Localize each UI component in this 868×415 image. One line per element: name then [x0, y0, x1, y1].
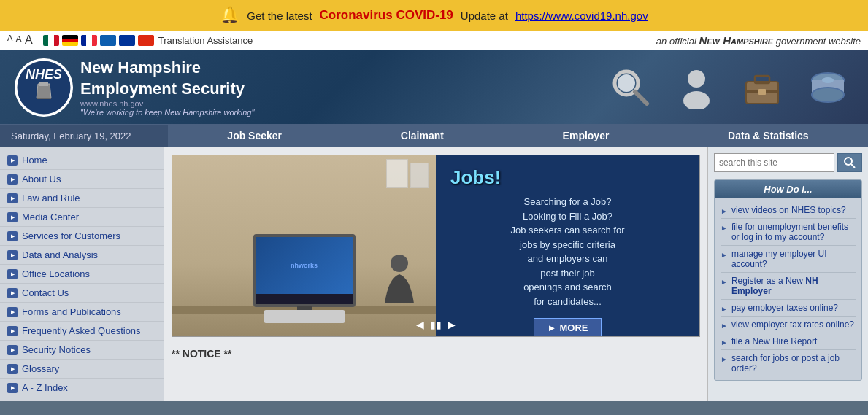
nhes-logo: NHES: [15, 58, 73, 117]
howdoi-bullet-7: ►: [721, 338, 728, 346]
howdoi-item-newhire: ► file a New Hire Report: [721, 333, 856, 350]
flag-mexico[interactable]: [43, 35, 59, 46]
howdoi-item-pay: ► pay employer taxes online?: [721, 300, 856, 317]
center-content: nhworks: [164, 147, 707, 401]
sidebar-home-bullet: [7, 155, 18, 166]
howdoi-item-register: ► Register as a New NH Employer: [721, 273, 856, 300]
sidebar-home[interactable]: Home: [0, 151, 164, 170]
svg-point-8: [688, 70, 705, 88]
sidebar-security-label: Security Notices: [22, 344, 91, 355]
howdoi-item-manage: ► manage my employer UI account?: [721, 246, 856, 273]
howdoi-link-newhire[interactable]: file a New Hire Report: [731, 336, 817, 346]
howdoi-item-videos: ► view videos on NHES topics?: [721, 202, 856, 219]
howdoi-item-searchjobs: ► search for jobs or post a job order?: [721, 350, 856, 376]
right-panel: How Do I... ► view videos on NHES topics…: [707, 147, 868, 401]
sidebar-glossary[interactable]: Glossary: [0, 360, 164, 379]
header-icons: [605, 62, 853, 113]
person-header-icon[interactable]: [671, 62, 722, 113]
site-header: NHES New Hampshire Employment Security w…: [0, 50, 868, 124]
sidebar-office-label: Office Locations: [22, 268, 90, 279]
svg-point-17: [822, 77, 834, 83]
site-url: www.nhes.nh.gov: [80, 99, 254, 108]
sidebar-about-label: About Us: [22, 174, 61, 185]
sidebar-faq[interactable]: Frequently Asked Questions: [0, 322, 164, 341]
howdoi-bullet-2: ►: [721, 224, 728, 232]
sidebar-services[interactable]: Services for Customers: [0, 227, 164, 246]
sidebar-law[interactable]: Law and Rule: [0, 189, 164, 208]
sidebar-faq-bullet: [7, 326, 18, 336]
font-size-controls: A A A: [7, 34, 33, 47]
translation-left: A A A Translation Assistance: [7, 34, 253, 47]
sidebar-office[interactable]: Office Locations: [0, 265, 164, 284]
flag-china[interactable]: [138, 35, 154, 46]
sidebar-contact[interactable]: Contact Us: [0, 284, 164, 303]
svg-rect-13: [758, 89, 766, 95]
bell-icon: 🔔: [220, 6, 239, 25]
svg-point-16: [812, 88, 844, 102]
notice-area: ** NOTICE **: [172, 344, 700, 363]
corona-url[interactable]: https://www.covid19.nh.gov: [515, 9, 648, 22]
official-text: an official New Hampshire government web…: [656, 34, 861, 47]
svg-text:NHES: NHES: [26, 67, 62, 82]
sidebar-forms[interactable]: Forms and Publications: [0, 303, 164, 322]
logo-area: NHES New Hampshire Employment Security w…: [15, 58, 254, 117]
claimant-nav[interactable]: Claimant: [386, 124, 458, 147]
howdoi-link-pay[interactable]: pay employer taxes online?: [731, 303, 838, 313]
flag-germany[interactable]: [62, 35, 78, 46]
sidebar-security[interactable]: Security Notices: [0, 341, 164, 360]
corona-prefix: Get the latest: [247, 9, 312, 22]
job-seeker-nav[interactable]: Job Seeker: [212, 124, 296, 147]
sidebar-home-label: Home: [22, 155, 47, 166]
howdoi-link-register[interactable]: Register as a New NH Employer: [731, 276, 856, 296]
sidebar-media[interactable]: Media Center: [0, 208, 164, 227]
font-size-medium[interactable]: A: [15, 34, 22, 47]
employer-nav[interactable]: Employer: [548, 124, 624, 147]
howdoi-link-file[interactable]: file for unemployment benefits or log in…: [731, 222, 856, 242]
sidebar-index-label: A - Z Index: [22, 382, 68, 393]
slideshow-body: Searching for a Job? Looking to Fill a J…: [450, 195, 685, 309]
howdoi-link-manage[interactable]: manage my employer UI account?: [731, 249, 856, 269]
data-statistics-nav[interactable]: Data & Statistics: [713, 124, 823, 147]
flag-greece[interactable]: [100, 35, 116, 46]
sidebar-index[interactable]: A - Z Index: [0, 379, 164, 397]
translation-label[interactable]: Translation Assistance: [158, 35, 253, 46]
sidebar-media-label: Media Center: [22, 212, 79, 222]
font-size-large[interactable]: A: [25, 34, 33, 47]
sidebar-services-label: Services for Customers: [22, 230, 120, 241]
slideshow-title: Jobs!: [450, 166, 685, 189]
site-tagline: "We're working to keep New Hampshire wor…: [80, 108, 254, 117]
slideshow-controls: ◀ ▮▮ ▶: [416, 319, 456, 330]
sidebar-data[interactable]: Data and Analysis: [0, 246, 164, 265]
briefcase-header-icon[interactable]: [737, 62, 788, 113]
sidebar-about[interactable]: About Us: [0, 170, 164, 189]
more-button[interactable]: ► MORE: [534, 318, 602, 337]
main-content: Home About Us Law and Rule Media Center …: [0, 147, 868, 401]
covid-text: Coronavirus COVID-19: [320, 8, 453, 23]
sidebar-law-bullet: [7, 193, 18, 203]
howdoi-bullet-6: ►: [721, 322, 728, 330]
flag-france[interactable]: [81, 35, 97, 46]
search-header-icon[interactable]: [605, 62, 656, 113]
search-input[interactable]: [714, 153, 834, 172]
prev-slide-btn[interactable]: ◀: [416, 319, 424, 330]
sidebar-index-bullet: [7, 383, 18, 393]
sidebar-law-label: Law and Rule: [22, 193, 80, 203]
svg-point-6: [618, 74, 635, 92]
pause-slide-btn[interactable]: ▮▮: [430, 319, 442, 330]
translation-bar: A A A Translation Assistance an official…: [0, 31, 868, 50]
howdoi-bullet-5: ►: [721, 305, 728, 313]
database-header-icon[interactable]: [802, 62, 853, 113]
next-slide-btn[interactable]: ▶: [448, 319, 456, 330]
flag-eu[interactable]: [119, 35, 135, 46]
sidebar-services-bullet: [7, 231, 18, 241]
sidebar-media-bullet: [7, 212, 18, 222]
sidebar-security-bullet: [7, 345, 18, 355]
howdoi-link-rates[interactable]: view employer tax rates online?: [731, 319, 854, 330]
search-button[interactable]: [837, 153, 862, 172]
corona-banner: 🔔 Get the latest Coronavirus COVID-19 Up…: [0, 0, 868, 31]
howdoi-link-searchjobs[interactable]: search for jobs or post a job order?: [731, 353, 856, 373]
sidebar-contact-label: Contact Us: [22, 287, 69, 298]
howdoi-link-videos[interactable]: view videos on NHES topics?: [731, 205, 846, 215]
font-size-small[interactable]: A: [7, 34, 12, 47]
sidebar-forms-bullet: [7, 307, 18, 317]
